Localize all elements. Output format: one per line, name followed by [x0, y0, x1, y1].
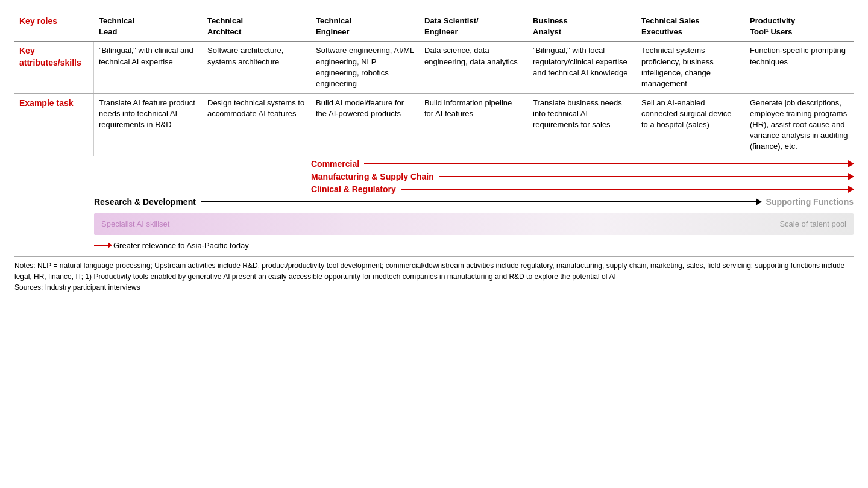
- col-header-2: TechnicalEngineer: [311, 12, 420, 42]
- attr-4: "Bilingual," with local regulatory/clini…: [528, 42, 637, 93]
- commercial-label: Commercial: [311, 159, 359, 169]
- col-header-6: ProductivityTool¹ Users: [745, 12, 854, 42]
- task-0: Translate AI feature product needs into …: [94, 93, 203, 155]
- clinical-arrow-line: [401, 189, 854, 190]
- attr-1: Software architecture, systems architect…: [203, 42, 311, 93]
- rd-arrow-row: Research & Development Supporting Functi…: [94, 197, 854, 207]
- example-task-label: Example task: [14, 93, 93, 155]
- attr-6: Function-specific prompting techniques: [745, 42, 854, 93]
- clinical-arrow-row: Clinical & Regulatory: [94, 184, 854, 194]
- task-4: Translate business needs into technical …: [528, 93, 637, 155]
- relevance-row: Greater relevance to Asia-Pacific today: [14, 241, 854, 250]
- relevance-text: Greater relevance to Asia-Pacific today: [113, 241, 249, 250]
- rd-label: Research & Development: [94, 197, 196, 207]
- skillset-section: Specialist AI skillset Scale of talent p…: [14, 213, 854, 235]
- col-header-5: Technical SalesExecutives: [637, 12, 745, 42]
- key-roles-label: Key roles: [14, 12, 93, 42]
- arrows-section: Commercial Manufacturing & Supply Chain …: [14, 156, 854, 210]
- skillset-bar: Specialist AI skillset Scale of talent p…: [94, 213, 854, 235]
- relevance-arrow-icon: [94, 245, 108, 246]
- main-table: Key roles TechnicalLead TechnicalArchite…: [14, 12, 854, 156]
- attr-3: Data science, data engineering, data ana…: [420, 42, 528, 93]
- task-5: Sell an AI-enabled connected surgical de…: [637, 93, 745, 155]
- commercial-arrow-line: [364, 163, 854, 164]
- attr-0: "Bilingual," with clinical and technical…: [94, 42, 203, 93]
- col-header-4: BusinessAnalyst: [528, 12, 637, 42]
- task-2: Build AI model/feature for the AI-powere…: [311, 93, 420, 155]
- manufacturing-label: Manufacturing & Supply Chain: [311, 172, 434, 181]
- manufacturing-arrow-row: Manufacturing & Supply Chain: [94, 172, 854, 181]
- notes-section: Notes: NLP = natural language processing…: [14, 256, 854, 293]
- notes-text: Notes: NLP = natural language processing…: [14, 260, 854, 282]
- task-3: Build information pipeline for AI featur…: [420, 93, 528, 155]
- rd-arrow-line: [201, 201, 761, 202]
- attr-2: Software engineering, AI/ML engineering,…: [311, 42, 420, 93]
- commercial-arrow-row: Commercial: [94, 159, 854, 169]
- task-1: Design technical systems to accommodate …: [203, 93, 311, 155]
- skillset-right-label: Scale of talent pool: [779, 219, 846, 228]
- col-header-3: Data Scientist/Engineer: [420, 12, 528, 42]
- supporting-functions-label: Supporting Functions: [766, 197, 854, 207]
- task-6: Generate job descriptions, employee trai…: [745, 93, 854, 155]
- col-header-0: TechnicalLead: [94, 12, 203, 42]
- col-header-1: TechnicalArchitect: [203, 12, 311, 42]
- key-attributes-label: Key attributes/skills: [14, 42, 93, 93]
- clinical-label: Clinical & Regulatory: [311, 184, 396, 194]
- manufacturing-arrow-line: [439, 176, 854, 177]
- sources-text: Sources: Industry participant interviews: [14, 282, 854, 293]
- attr-5: Technical systems proficiency, business …: [637, 42, 745, 93]
- skillset-left-label: Specialist AI skillset: [101, 219, 169, 228]
